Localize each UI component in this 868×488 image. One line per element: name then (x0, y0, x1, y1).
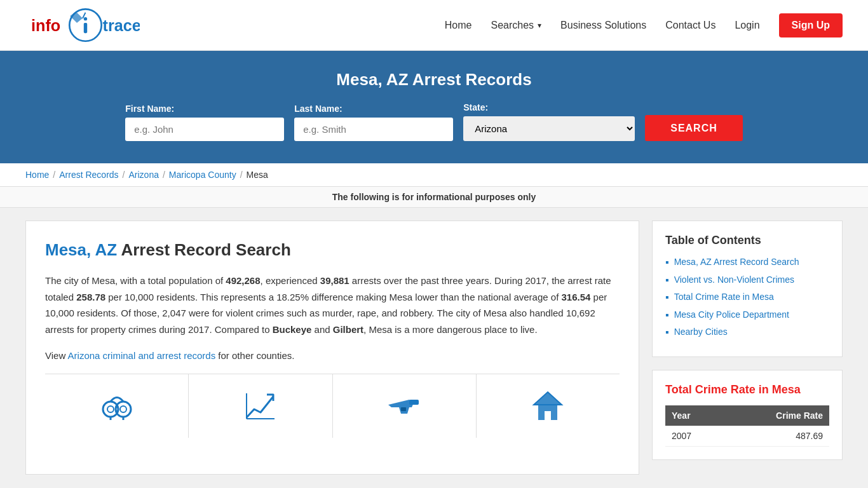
crime-row-0: 2007 487.69 (665, 426, 829, 447)
icon-cell-handcuffs (45, 374, 189, 438)
svg-point-9 (107, 406, 114, 412)
breadcrumb-maricopa[interactable]: Maricopa County (169, 170, 236, 180)
hero-banner: Mesa, AZ Arrest Records First Name: Last… (0, 51, 868, 163)
toc-link-2[interactable]: Total Crime Rate in Mesa (674, 291, 774, 304)
crime-table: Year Crime Rate 2007 487.69 (665, 405, 829, 447)
state-select[interactable]: Alabama Alaska Arizona Arkansas Californ… (463, 116, 635, 141)
breadcrumb-sep-1: / (53, 170, 55, 180)
header: info tracer ™ Home Searches Business Sol… (0, 0, 868, 51)
sidebar: Table of Contents ▪ Mesa, AZ Arrest Reco… (652, 220, 843, 460)
body2: , experienced (261, 275, 320, 286)
info-bar: The following is for informational purpo… (0, 187, 868, 208)
city2: Gilbert (333, 324, 363, 335)
toc-link-1[interactable]: Violent vs. Non-Violent Crimes (674, 274, 794, 287)
last-name-input[interactable] (294, 118, 453, 141)
nav-business[interactable]: Business Solutions (560, 20, 646, 31)
title-az: , AZ (86, 240, 121, 259)
first-name-input[interactable] (125, 118, 284, 141)
body7: , Mesa is a more dangerous place to live… (363, 324, 537, 335)
nav-home[interactable]: Home (445, 20, 472, 31)
search-button[interactable]: SEARCH (645, 115, 743, 141)
svg-point-10 (120, 406, 126, 412)
state-group: State: Alabama Alaska Arizona Arkansas C… (463, 102, 635, 141)
crime-year-0: 2007 (665, 426, 723, 447)
az-records-link[interactable]: Arizona criminal and arrest records (68, 350, 216, 361)
login-button[interactable]: Login (735, 20, 759, 31)
icon-cell-gun (333, 374, 477, 438)
crime-rate-box: Total Crime Rate in Mesa Year Crime Rate… (652, 370, 843, 460)
main-nav: Home Searches Business Solutions Contact… (445, 13, 843, 37)
main-layout: Mesa, AZ Arrest Record Search The city o… (0, 208, 868, 487)
last-name-group: Last Name: (294, 104, 453, 141)
breadcrumb-home[interactable]: Home (25, 170, 49, 180)
breadcrumb-arrest-records[interactable]: Arrest Records (59, 170, 118, 180)
content-body: The city of Mesa, with a total populatio… (45, 273, 620, 337)
breadcrumb-arizona[interactable]: Arizona (129, 170, 159, 180)
svg-text:info: info (31, 16, 60, 34)
col-rate: Crime Rate (723, 405, 829, 426)
title-arrest: Arrest Record Search (121, 240, 290, 259)
hero-title: Mesa, AZ Arrest Records (25, 70, 843, 90)
population: 492,268 (226, 275, 260, 286)
toc-item-0: ▪ Mesa, AZ Arrest Record Search (665, 256, 829, 269)
breadcrumb-sep-2: / (123, 170, 125, 180)
search-form: First Name: Last Name: State: Alabama Al… (25, 102, 843, 141)
svg-marker-17 (534, 392, 562, 420)
last-name-label: Last Name: (294, 104, 453, 114)
toc-bullet-4: ▪ (665, 327, 669, 338)
toc-link-3[interactable]: Mesa City Police Department (674, 309, 789, 322)
rate2017: 258.78 (76, 292, 105, 302)
icon-cell-house (477, 374, 620, 438)
toc-link-4[interactable]: Nearby Cities (674, 326, 728, 339)
toc-item-1: ▪ Violent vs. Non-Violent Crimes (665, 274, 829, 287)
crime-rate-0: 487.69 (723, 426, 829, 447)
national-avg: 316.54 (562, 292, 591, 302)
signup-button[interactable]: Sign Up (779, 13, 843, 37)
col-year: Year (665, 405, 723, 426)
breadcrumb-mesa: Mesa (247, 170, 268, 180)
handcuffs-icon (98, 387, 136, 425)
svg-text:tracer: tracer (103, 16, 140, 34)
first-name-label: First Name: (125, 104, 284, 114)
toc-item-2: ▪ Total Crime Rate in Mesa (665, 291, 829, 304)
nav-searches[interactable]: Searches (491, 20, 541, 31)
content-title: Mesa, AZ Arrest Record Search (45, 240, 620, 260)
toc-bullet-0: ▪ (665, 257, 669, 268)
first-name-group: First Name: (125, 104, 284, 141)
chart-icon (241, 387, 280, 425)
arrests: 39,881 (320, 275, 349, 286)
svg-rect-2 (84, 22, 87, 32)
toc-link-0[interactable]: Mesa, AZ Arrest Record Search (674, 256, 799, 269)
toc-box: Table of Contents ▪ Mesa, AZ Arrest Reco… (652, 220, 843, 357)
logo[interactable]: info tracer ™ (25, 6, 140, 44)
city1: Buckeye (273, 324, 312, 335)
icon-cell-chart (189, 374, 332, 438)
toc-bullet-3: ▪ (665, 309, 669, 321)
house-icon (529, 387, 567, 425)
breadcrumb-sep-3: / (163, 170, 165, 180)
toc-item-4: ▪ Nearby Cities (665, 326, 829, 339)
nav-contact[interactable]: Contact Us (665, 20, 715, 31)
toc-bullet-1: ▪ (665, 274, 669, 286)
svg-rect-15 (409, 400, 419, 405)
gun-icon (385, 387, 423, 425)
view-records: View Arizona criminal and arrest records… (45, 350, 620, 361)
body-intro: The city of Mesa, with a total populatio… (45, 275, 226, 286)
toc-item-3: ▪ Mesa City Police Department (665, 309, 829, 322)
breadcrumb: Home / Arrest Records / Arizona / Marico… (25, 170, 843, 180)
title-mesa: Mesa (45, 240, 86, 259)
view-records-prefix: View (45, 350, 68, 361)
body4: per 10,000 residents. This represents a … (105, 292, 561, 302)
svg-rect-16 (401, 407, 406, 411)
breadcrumb-bar: Home / Arrest Records / Arizona / Marico… (0, 163, 868, 187)
breadcrumb-sep-4: / (240, 170, 243, 180)
content-area: Mesa, AZ Arrest Record Search The city o… (25, 220, 639, 475)
icons-row (45, 374, 620, 438)
toc-bullet-2: ▪ (665, 292, 669, 303)
view-records-suffix: for other counties. (215, 350, 294, 361)
toc-title: Table of Contents (665, 234, 829, 247)
body6: and (311, 324, 332, 335)
svg-point-1 (84, 17, 87, 20)
state-label: State: (463, 102, 635, 112)
crime-rate-title: Total Crime Rate in Mesa (665, 383, 829, 396)
